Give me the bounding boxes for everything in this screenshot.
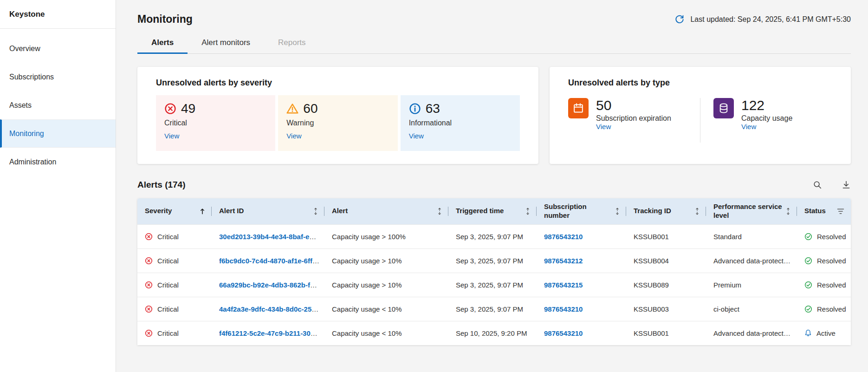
tab-reports[interactable]: Reports	[264, 32, 320, 53]
subscription-number-link[interactable]: 9876543212	[544, 257, 583, 265]
refresh-icon[interactable]	[674, 14, 685, 25]
tracking-id-value: KSSUB004	[626, 248, 706, 273]
status-value: Resolved	[817, 281, 846, 289]
type-items: 50 Subscription expiration View 122 Capa…	[568, 95, 832, 143]
download-icon[interactable]	[842, 180, 851, 189]
subscription-number-link[interactable]: 9876543210	[544, 305, 583, 313]
calendar-icon	[568, 98, 589, 118]
alert-value: Capacity usage > 10%	[324, 273, 448, 297]
informational-count: 63	[426, 102, 440, 116]
filter-icon[interactable]	[837, 208, 844, 215]
status-value: Active	[816, 329, 836, 337]
critical-count: 49	[181, 102, 195, 116]
tab-alert-monitors[interactable]: Alert monitors	[188, 32, 264, 53]
alert-id-link[interactable]: f4f61212-5c2e-47c9-b211-302b...	[219, 329, 324, 337]
col-tracking-id-label: Tracking ID	[634, 207, 671, 215]
alert-id-link[interactable]: f6bc9dc0-7c4d-4870-af1e-6ff7e...	[219, 257, 324, 265]
tab-bar: Alerts Alert monitors Reports	[137, 32, 851, 54]
tracking-id-value: KSSUB003	[626, 297, 706, 321]
tab-alerts[interactable]: Alerts	[137, 32, 188, 53]
severity-tiles: 49 Critical View 60 Warning View	[156, 95, 520, 151]
capacity-usage-label: Capacity usage	[741, 114, 792, 123]
search-icon[interactable]	[813, 180, 822, 189]
col-performance-service-level[interactable]: Performance service level	[706, 198, 797, 224]
alert-value: Capacity usage < 10%	[324, 297, 448, 321]
triggered-time-value: Sep 3, 2025, 9:07 PM	[448, 224, 537, 248]
page-title: Monitoring	[137, 13, 193, 26]
table-tools	[813, 180, 851, 189]
severity-value: Critical	[157, 233, 179, 241]
last-updated-text: Last updated: Sep 24, 2025, 6:41 PM GMT+…	[690, 15, 851, 24]
sidebar-item-overview[interactable]: Overview	[0, 34, 116, 63]
view-capacity-usage-link[interactable]: View	[741, 123, 756, 131]
sidebar-item-assets[interactable]: Assets	[0, 91, 116, 119]
view-warning-link[interactable]: View	[286, 132, 301, 140]
subscription-number-link[interactable]: 9876543210	[544, 329, 583, 337]
service-level-value: Standard	[706, 224, 797, 248]
alert-id-link[interactable]: 4a4f2a3e-9dfc-434b-8d0c-25d...	[219, 305, 322, 313]
vertical-divider	[700, 98, 700, 143]
severity-card-title: Unresolved alerts by severity	[156, 78, 520, 88]
sort-icon	[615, 208, 620, 215]
sort-icon	[695, 208, 700, 215]
triggered-time-value: Sep 3, 2025, 9:07 PM	[448, 273, 537, 297]
type-card: Unresolved alerts by type 50 Subscriptio…	[550, 67, 851, 164]
col-alert-id-label: Alert ID	[219, 207, 244, 215]
tracking-id-value: KSSUB001	[626, 321, 706, 345]
warning-count: 60	[303, 102, 317, 116]
info-icon	[409, 103, 421, 115]
view-critical-link[interactable]: View	[164, 132, 179, 140]
sort-icon	[786, 208, 790, 215]
sidebar-item-administration[interactable]: Administration	[0, 148, 116, 176]
table-row: Critical 30ed2013-39b4-4e34-8baf-e9c... …	[137, 224, 851, 248]
critical-icon	[145, 329, 153, 337]
sidebar-item-monitoring[interactable]: Monitoring	[0, 119, 116, 148]
sidebar-item-subscriptions[interactable]: Subscriptions	[0, 63, 116, 91]
col-alert-id[interactable]: Alert ID	[212, 198, 324, 224]
subscription-expiration-item: 50 Subscription expiration View	[568, 95, 687, 131]
col-tracking-id[interactable]: Tracking ID	[626, 198, 706, 224]
critical-icon	[145, 281, 153, 289]
col-triggered-time[interactable]: Triggered time	[448, 198, 537, 224]
alerts-section-title: Alerts (174)	[137, 180, 186, 190]
col-subscription-number[interactable]: Subscription number	[537, 198, 626, 224]
tracking-id-value: KSSUB001	[626, 224, 706, 248]
alert-id-link[interactable]: 66a929bc-b92e-4db3-862b-fb2...	[219, 281, 324, 289]
sidebar: Keystone Overview Subscriptions Assets M…	[0, 0, 116, 372]
col-status[interactable]: Status	[797, 198, 851, 224]
sidebar-nav: Overview Subscriptions Assets Monitoring…	[0, 29, 116, 176]
severity-value: Critical	[157, 329, 179, 337]
col-performance-service-level-label: Performance service level	[713, 202, 782, 220]
severity-value: Critical	[157, 257, 179, 265]
status-value: Resolved	[817, 257, 846, 265]
col-alert-label: Alert	[332, 207, 348, 215]
subscription-number-link[interactable]: 9876543210	[544, 233, 583, 241]
service-level-value: Advanced data-protect pr...	[706, 248, 797, 273]
subscription-expiration-label: Subscription expiration	[596, 114, 671, 123]
alert-id-link[interactable]: 30ed2013-39b4-4e34-8baf-e9c...	[219, 233, 323, 241]
view-informational-link[interactable]: View	[409, 132, 424, 140]
view-subscription-expiration-link[interactable]: View	[596, 123, 611, 131]
tracking-id-value: KSSUB089	[626, 273, 706, 297]
table-row: Critical 66a929bc-b92e-4db3-862b-fb2... …	[137, 273, 851, 297]
table-row: Critical 4a4f2a3e-9dfc-434b-8d0c-25d... …	[137, 297, 851, 321]
table-row: Critical f4f61212-5c2e-47c9-b211-302b...…	[137, 321, 851, 345]
col-triggered-time-label: Triggered time	[456, 207, 504, 215]
table-row: Critical f6bc9dc0-7c4d-4870-af1e-6ff7e..…	[137, 248, 851, 273]
resolved-icon	[804, 233, 812, 241]
alert-value: Capacity usage < 10%	[324, 321, 448, 345]
severity-card: Unresolved alerts by severity 49 Critica…	[137, 67, 538, 164]
triggered-time-value: Sep 3, 2025, 9:07 PM	[448, 297, 537, 321]
app-brand: Keystone	[0, 0, 116, 29]
resolved-icon	[804, 281, 812, 289]
col-status-label: Status	[804, 207, 826, 215]
col-severity[interactable]: Severity	[137, 198, 212, 224]
main-content: Monitoring Last updated: Sep 24, 2025, 6…	[116, 0, 868, 372]
type-card-title: Unresolved alerts by type	[568, 78, 832, 88]
severity-value: Critical	[157, 281, 179, 289]
warning-tile: 60 Warning View	[278, 95, 397, 151]
col-alert[interactable]: Alert	[324, 198, 448, 224]
capacity-usage-item: 122 Capacity usage View	[713, 95, 832, 131]
subscription-number-link[interactable]: 9876543215	[544, 281, 583, 289]
sort-icon	[313, 208, 318, 215]
